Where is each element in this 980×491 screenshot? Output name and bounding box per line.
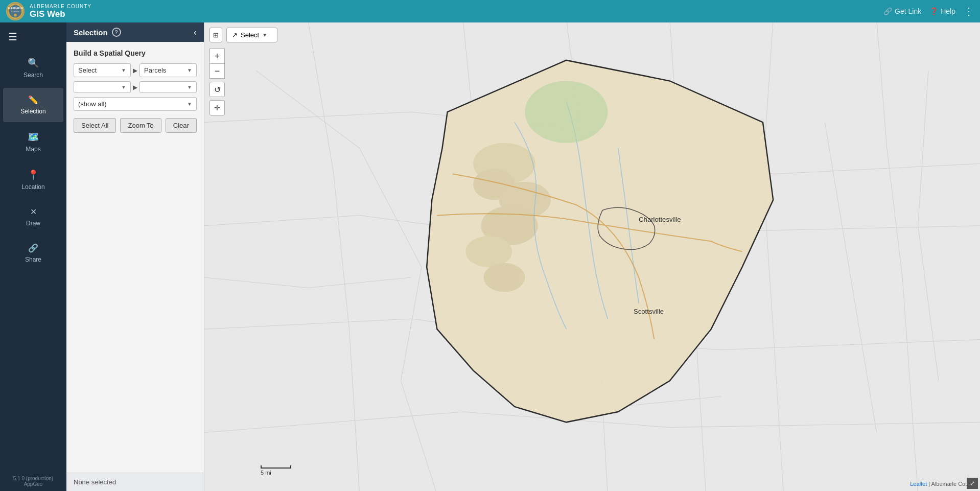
app-header: ALBEMARLE COUNTY ALBEMARLE COUNTY GIS We… bbox=[0, 0, 980, 22]
svg-text:COUNTY: COUNTY bbox=[11, 11, 19, 13]
panel-help-icon[interactable]: ? bbox=[112, 28, 121, 37]
select-tool-dropdown[interactable]: ↗ Select ▼ bbox=[226, 28, 277, 42]
svg-text:Scottsville: Scottsville bbox=[634, 308, 664, 315]
chevron-down-icon-select: ▼ bbox=[262, 32, 267, 38]
panel-title: Selection bbox=[74, 28, 108, 37]
panel-header: Selection ? ‹ bbox=[66, 22, 204, 42]
logo-svg: ALBEMARLE COUNTY bbox=[7, 3, 24, 20]
draw-icon: ✕ bbox=[30, 207, 37, 217]
scale-line bbox=[261, 465, 291, 469]
sidebar-label-share: Share bbox=[25, 256, 41, 263]
sidebar-item-maps[interactable]: 🗺️ Maps bbox=[3, 124, 63, 160]
svg-text:Charlottesville: Charlottesville bbox=[639, 216, 681, 223]
app-title-group: ALBEMARLE COUNTY GIS Web bbox=[30, 4, 91, 19]
sidebar-item-search[interactable]: 🔍 Search bbox=[3, 50, 63, 86]
panel-content: Build a Spatial Query Select ▼ ▶ Parcels… bbox=[66, 42, 204, 473]
location-icon: 📍 bbox=[28, 169, 39, 180]
select-type-value: Select bbox=[78, 66, 97, 74]
powered-by-label: AppGeo bbox=[4, 481, 62, 487]
zoom-to-button[interactable]: Zoom To bbox=[120, 118, 161, 133]
chevron-down-icon-2: ▼ bbox=[187, 67, 192, 73]
app-name: GIS Web bbox=[30, 9, 91, 19]
share-icon: 🔗 bbox=[28, 243, 38, 253]
map-attribution: Leaflet | Albemarle County bbox=[910, 481, 976, 487]
sidebar-label-draw: Draw bbox=[26, 220, 40, 227]
sidebar-label-selection: Selection bbox=[20, 108, 45, 115]
chevron-down-icon-1: ▼ bbox=[121, 67, 126, 73]
sidebar-footer: 5.1.0 (production) AppGeo bbox=[0, 472, 66, 491]
arrow-icon-2: ▶ bbox=[133, 84, 137, 91]
selection-panel: Selection ? ‹ Build a Spatial Query Sele… bbox=[66, 22, 204, 491]
leaflet-link[interactable]: Leaflet bbox=[910, 481, 927, 487]
chevron-down-icon-4: ▼ bbox=[187, 84, 192, 90]
panel-close-button[interactable]: ‹ bbox=[194, 28, 197, 37]
version-label: 5.1.0 (production) bbox=[4, 476, 62, 481]
map-tools-row: ⊞ ↗ Select ▼ bbox=[209, 28, 277, 42]
field-dropdown[interactable]: ▼ bbox=[74, 81, 131, 93]
svg-text:ALBEMARLE: ALBEMARLE bbox=[8, 7, 23, 10]
sidebar-label-location: Location bbox=[21, 183, 44, 191]
map-toolbar: ⊞ ↗ Select ▼ bbox=[209, 28, 277, 42]
help-question-icon: ? bbox=[114, 29, 118, 35]
chevron-down-icon-3: ▼ bbox=[121, 84, 126, 90]
cursor-icon: ↗ bbox=[232, 31, 238, 39]
org-logo: ALBEMARLE COUNTY bbox=[6, 2, 25, 20]
clear-button[interactable]: Clear bbox=[166, 118, 197, 133]
help-button[interactable]: ❓ Help bbox=[929, 7, 955, 15]
sidebar: ☰ 🔍 Search ✏️ Selection 🗺️ Maps 📍 Locati… bbox=[0, 22, 66, 491]
panel-footer: None selected bbox=[66, 473, 204, 491]
sidebar-item-share[interactable]: 🔗 Share bbox=[3, 236, 63, 270]
layers-icon: ⊞ bbox=[213, 31, 219, 39]
query-row-3: (show all) ▼ bbox=[74, 97, 197, 111]
hamburger-button[interactable]: ☰ bbox=[0, 25, 66, 49]
sidebar-item-selection[interactable]: ✏️ Selection bbox=[3, 88, 63, 122]
main-container: ☰ 🔍 Search ✏️ Selection 🗺️ Maps 📍 Locati… bbox=[0, 22, 980, 491]
selection-status: None selected bbox=[74, 478, 116, 486]
header-actions: 🔗 Get Link ❓ Help ⋮ bbox=[883, 5, 974, 17]
sidebar-item-draw[interactable]: ✕ Draw bbox=[3, 200, 63, 234]
zoom-controls: + − ↺ ✛ bbox=[209, 48, 225, 115]
sidebar-label-maps: Maps bbox=[26, 146, 40, 153]
scale-bar: 5 mi bbox=[261, 465, 291, 476]
search-icon: 🔍 bbox=[28, 57, 39, 68]
get-link-button[interactable]: 🔗 Get Link bbox=[883, 7, 921, 15]
svg-point-55 bbox=[483, 263, 525, 292]
map-container[interactable]: Charlottesville Scottsville ⊞ ↗ Select ▼… bbox=[204, 22, 980, 491]
layer-value: Parcels bbox=[144, 66, 166, 74]
compass-icon: ✛ bbox=[214, 104, 220, 112]
query-row-1: Select ▼ ▶ Parcels ▼ bbox=[74, 63, 197, 77]
zoom-out-button[interactable]: − bbox=[209, 63, 225, 79]
svg-point-56 bbox=[525, 81, 608, 143]
link-icon: 🔗 bbox=[883, 7, 892, 15]
show-all-dropdown[interactable]: (show all) ▼ bbox=[74, 97, 197, 111]
arrow-icon-1: ▶ bbox=[133, 67, 137, 74]
more-menu-button[interactable]: ⋮ bbox=[964, 5, 974, 17]
help-icon: ❓ bbox=[929, 7, 938, 15]
svg-point-4 bbox=[14, 14, 17, 17]
maps-icon: 🗺️ bbox=[28, 131, 39, 143]
query-row-2: ▼ ▶ ▼ bbox=[74, 81, 197, 93]
globe-button[interactable]: ↺ bbox=[209, 82, 225, 97]
svg-point-54 bbox=[465, 236, 512, 267]
select-all-button[interactable]: Select All bbox=[74, 118, 116, 133]
show-all-value: (show all) bbox=[78, 100, 107, 108]
sidebar-item-location[interactable]: 📍 Location bbox=[3, 162, 63, 198]
select-tool-label: Select bbox=[241, 31, 259, 39]
scale-line-container bbox=[261, 465, 291, 469]
compass-button[interactable]: ✛ bbox=[209, 100, 225, 115]
section-title: Build a Spatial Query bbox=[74, 49, 197, 57]
select-type-dropdown[interactable]: Select ▼ bbox=[74, 63, 131, 77]
org-name: ALBEMARLE COUNTY bbox=[30, 4, 91, 9]
fullscreen-icon[interactable]: ⤢ bbox=[967, 478, 978, 489]
map-svg: Charlottesville Scottsville bbox=[204, 22, 980, 491]
action-buttons: Select All Zoom To Clear bbox=[74, 118, 197, 133]
zoom-in-button[interactable]: + bbox=[209, 48, 225, 63]
scale-label: 5 mi bbox=[261, 470, 271, 476]
sidebar-label-search: Search bbox=[24, 72, 43, 79]
globe-icon: ↺ bbox=[214, 85, 221, 95]
layer-dropdown[interactable]: Parcels ▼ bbox=[139, 63, 197, 77]
layers-button[interactable]: ⊞ bbox=[209, 28, 222, 42]
selection-icon: ✏️ bbox=[28, 95, 38, 105]
value-dropdown[interactable]: ▼ bbox=[139, 81, 197, 93]
help-label: Help bbox=[941, 7, 955, 15]
